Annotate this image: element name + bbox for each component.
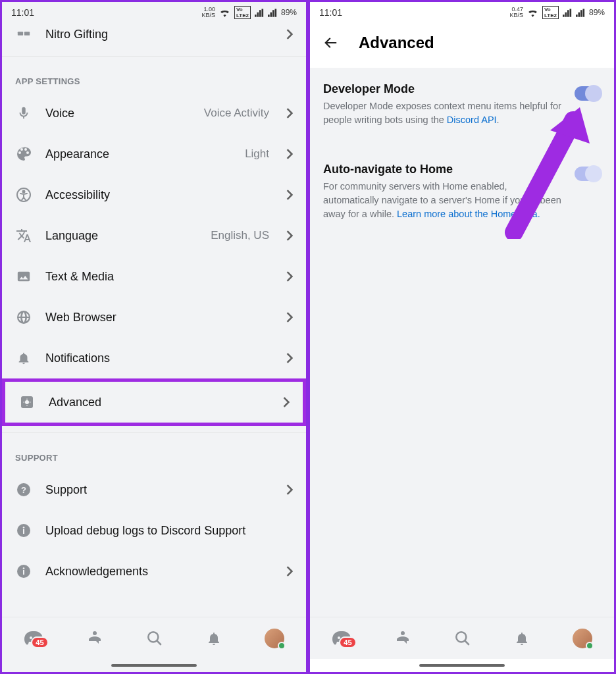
nav-friends[interactable] (86, 631, 103, 646)
wifi-icon (219, 9, 230, 17)
row-label: Text & Media (45, 270, 273, 284)
svg-rect-9 (23, 529, 24, 534)
svg-point-14 (148, 632, 158, 642)
page-title: Advanced (359, 34, 434, 52)
gift-icon (15, 26, 32, 43)
nav-profile[interactable] (265, 629, 284, 648)
nav-profile[interactable] (573, 629, 592, 648)
home-beta-link[interactable]: Learn more about the Home beta. (397, 209, 540, 219)
setting-description: For community servers with Home enabled,… (323, 180, 564, 221)
nav-search[interactable] (146, 630, 163, 647)
row-label: Notifications (45, 351, 273, 365)
highlight-advanced: Advanced (2, 378, 306, 426)
row-support[interactable]: ? Support (2, 469, 306, 510)
divider (2, 432, 306, 433)
row-label: Web Browser (45, 311, 273, 324)
section-header-app-settings: APP SETTINGS (2, 61, 306, 93)
setting-auto-navigate[interactable]: Auto-navigate to Home For community serv… (310, 159, 614, 233)
row-label: Language (45, 229, 197, 243)
setting-title: Developer Mode (323, 82, 564, 96)
svg-text:?: ? (21, 485, 26, 495)
signal-icon (255, 9, 264, 17)
row-label: Advanced (49, 396, 270, 409)
status-bar: 11:01 0.47KB/S VoLTE2 89% (310, 2, 614, 23)
row-accessibility[interactable]: Accessibility (2, 174, 306, 215)
setting-title: Auto-navigate to Home (323, 163, 564, 176)
nav-home[interactable]: 45 (332, 631, 351, 646)
svg-rect-12 (23, 570, 24, 575)
status-icons: 1.00KB/S VoLTE2 89% (201, 6, 297, 19)
nav-home[interactable]: 45 (24, 631, 43, 646)
chevron-right-icon (286, 353, 293, 363)
row-label: Support (45, 483, 273, 497)
row-nitro-gifting[interactable]: Nitro Gifting (2, 23, 306, 52)
wifi-icon (527, 9, 538, 17)
svg-point-15 (456, 632, 466, 642)
language-icon (15, 227, 32, 244)
lte-icon: VoLTE2 (542, 6, 559, 19)
row-web-browser[interactable]: Web Browser (2, 297, 306, 338)
row-voice[interactable]: Voice Voice Activity (2, 93, 306, 134)
chevron-right-icon (286, 230, 293, 241)
nav-friends[interactable] (394, 631, 411, 646)
row-acknowledgements[interactable]: Acknowledgements (2, 551, 306, 585)
bottom-nav: 45 (2, 617, 306, 659)
divider (2, 56, 306, 57)
battery-text: 89% (589, 8, 605, 17)
clock: 11:01 (11, 7, 34, 18)
accessibility-icon (15, 186, 32, 203)
row-advanced[interactable]: Advanced (5, 382, 303, 423)
setting-developer-mode[interactable]: Developer Mode Developer Mode exposes co… (310, 78, 614, 139)
chevron-right-icon (283, 397, 290, 407)
row-label: Upload debug logs to Discord Support (45, 524, 293, 538)
nav-notifications[interactable] (514, 630, 530, 647)
globe-icon (15, 309, 32, 326)
row-label: Voice (45, 107, 191, 120)
chevron-right-icon (286, 566, 293, 577)
chevron-right-icon (286, 312, 293, 323)
gesture-bar (2, 659, 306, 672)
toggle-auto-navigate[interactable] (575, 167, 601, 181)
signal-icon-2 (268, 9, 277, 17)
row-appearance[interactable]: Appearance Light (2, 134, 306, 174)
svg-point-3 (23, 191, 25, 193)
row-notifications[interactable]: Notifications (2, 338, 306, 378)
info-icon (15, 563, 32, 580)
section-header-support: SUPPORT (2, 437, 306, 469)
chevron-right-icon (286, 484, 293, 495)
svg-point-5 (25, 400, 29, 404)
avatar (573, 629, 592, 648)
discord-api-link[interactable]: Discord API (447, 115, 497, 125)
row-label: Acknowledgements (45, 565, 273, 579)
row-value: Voice Activity (204, 107, 269, 120)
clock: 11:01 (319, 7, 342, 18)
info-icon (15, 522, 32, 539)
bottom-nav: 45 (310, 617, 614, 659)
back-button[interactable] (323, 36, 339, 50)
row-language[interactable]: Language English, US (2, 215, 306, 256)
chevron-right-icon (286, 271, 293, 282)
chevron-right-icon (286, 149, 293, 159)
nav-notifications[interactable] (206, 630, 222, 647)
lte-icon: VoLTE2 (234, 6, 251, 19)
row-label: Appearance (45, 147, 232, 161)
toggle-developer-mode[interactable] (575, 86, 601, 101)
palette-icon (15, 145, 32, 163)
status-icons: 0.47KB/S VoLTE2 89% (509, 6, 605, 19)
row-upload-debug[interactable]: Upload debug logs to Discord Support (2, 510, 306, 551)
svg-rect-0 (18, 32, 23, 36)
bell-icon (15, 350, 32, 367)
nav-search[interactable] (454, 630, 471, 647)
notification-badge: 45 (339, 636, 356, 648)
battery-text: 89% (281, 8, 297, 17)
row-text-media[interactable]: Text & Media (2, 256, 306, 297)
row-label: Nitro Gifting (45, 28, 273, 41)
svg-rect-1 (24, 32, 30, 36)
row-value: Light (245, 147, 269, 161)
chevron-right-icon (286, 190, 293, 200)
settings-list[interactable]: Nitro Gifting APP SETTINGS Voice Voice A… (2, 23, 306, 617)
page-header: Advanced (310, 23, 614, 68)
signal-icon-2 (576, 9, 585, 17)
status-bar: 11:01 1.00KB/S VoLTE2 89% (2, 2, 306, 23)
svg-point-13 (23, 567, 25, 569)
